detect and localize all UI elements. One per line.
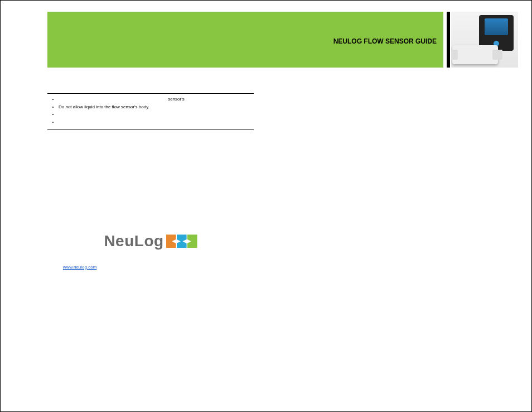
list-text-visible: sensor's: [168, 97, 185, 102]
label: P:: [56, 285, 62, 290]
list-item: Do not allow liquid into the flow sensor…: [59, 104, 254, 111]
logo-shapes: [166, 234, 197, 248]
logo-block: NeuLog Flexible, simple, fast, forward t…: [47, 230, 254, 304]
contact-web: W: www.neulog.com: [56, 264, 254, 271]
list-text-visible: Do not allow liquid into the flow sensor…: [59, 104, 149, 109]
label: W:: [56, 265, 63, 270]
contact-email: E: info@neulog.com: [56, 271, 254, 277]
label: E:: [56, 271, 62, 276]
list-item: Never submerge the NeuLog plastic body i…: [59, 96, 254, 103]
maintenance-heading: Maintenance and storage:: [47, 85, 254, 94]
thanks-line: Thank you for using NeuLog!: [47, 184, 254, 191]
neulog-logo: NeuLog: [104, 230, 197, 253]
header-banner: NEULOG FLOW SENSOR GUIDE: [47, 12, 443, 68]
contact-block: Flexible, simple, fast, forward thinking…: [47, 257, 254, 304]
logo-text: NeuLog: [104, 230, 163, 253]
page-number: 5: [509, 391, 511, 397]
logo-shape-orange-icon: [166, 234, 176, 248]
list-item: Store in a box at room temperature out o…: [59, 119, 254, 126]
phone: 1.866.553.8536: [62, 285, 93, 290]
website-link[interactable]: www.neulog.com: [63, 265, 96, 270]
flow-pipe-illustration: [452, 45, 498, 64]
warranty-body: We promise to deliver our sensor free of…: [47, 145, 254, 178]
left-column: Maintenance and storage: Never submerge …: [47, 81, 254, 304]
address: 850 St Paul Street, Suite 15, Rochester,…: [62, 278, 162, 283]
tagline: Flexible, simple, fast, forward thinking…: [56, 257, 254, 264]
contact-phone: P: 1.866.553.8536: [56, 284, 254, 291]
content-columns: Maintenance and storage: Never submerge …: [14, 81, 518, 304]
logo-shape-blue-icon: [177, 234, 187, 248]
list-item: After use, gently wipe away any foreign …: [59, 111, 254, 118]
product-image: [451, 12, 518, 68]
header-divider: [447, 12, 450, 68]
list-text: Store in a box at room temperature out o…: [59, 119, 170, 124]
list-text: Never submerge the NeuLog plastic body i…: [59, 97, 168, 102]
rule: [47, 130, 254, 131]
document-title: NEULOG FLOW SENSOR GUIDE: [333, 37, 437, 45]
label: A:: [56, 278, 62, 283]
page: NEULOG FLOW SENSOR GUIDE Maintenance and…: [0, 0, 532, 412]
version: V05022013: [56, 298, 254, 304]
page-inner: NEULOG FLOW SENSOR GUIDE Maintenance and…: [14, 12, 518, 400]
contact-address: A: 850 St Paul Street, Suite 15, Rochest…: [56, 277, 254, 284]
right-column: [272, 81, 485, 304]
maintenance-list: Never submerge the NeuLog plastic body i…: [52, 96, 254, 125]
logo-shape-green-icon: [187, 234, 197, 248]
warranty-heading: Warranty:: [47, 136, 254, 143]
device-screen: [485, 18, 508, 35]
list-text: After use, gently wipe away any foreign …: [59, 112, 196, 117]
header: NEULOG FLOW SENSOR GUIDE: [14, 12, 518, 68]
email: info@neulog.com: [62, 271, 96, 276]
